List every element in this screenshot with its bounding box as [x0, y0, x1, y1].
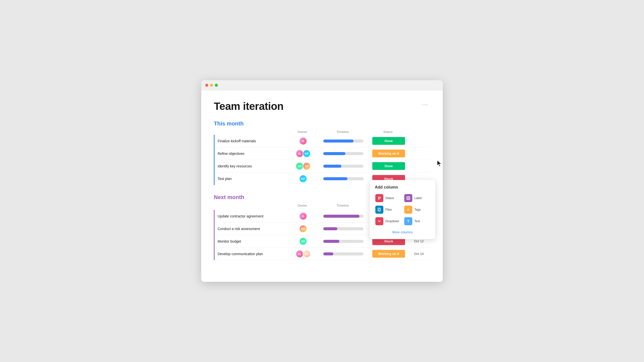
avatar: KP	[303, 150, 311, 158]
svg-rect-1	[378, 198, 381, 198]
this-month-title: This month	[214, 120, 430, 127]
add-column-grid: Status Label Files	[375, 194, 430, 226]
table-row: Identify key resources SR AT	[215, 160, 430, 172]
task-name: Refine objectives	[218, 148, 288, 159]
status-badge: Working on it	[372, 150, 405, 157]
page-header: Team iteration ···	[214, 100, 430, 112]
avatar: SR	[299, 237, 307, 245]
text-icon: T	[404, 217, 412, 225]
timeline-fill	[323, 227, 337, 230]
owner-cell: SR	[288, 237, 318, 245]
add-column-dropdown[interactable]: Dropdown	[375, 217, 401, 226]
timeline-fill	[323, 152, 345, 155]
timeline-bar	[323, 227, 364, 230]
this-month-table-header: Owner Timeline Status	[214, 129, 430, 135]
timeline-cell	[318, 227, 369, 230]
task-name: Identify key resources	[218, 161, 288, 172]
col-header-timeline: Timeline	[317, 204, 368, 209]
col-header-task	[217, 204, 287, 209]
table-row: Develop communication plan JL BK	[215, 248, 430, 260]
browser-content: Team iteration ··· This month Owner Time…	[201, 90, 443, 282]
status-icon	[375, 194, 383, 202]
add-column-popup: Add column Status Label	[370, 180, 435, 239]
browser-titlebar	[201, 80, 443, 90]
timeline-bar	[323, 152, 364, 155]
add-column-files[interactable]: Files	[375, 205, 401, 214]
date-cell: Oct 12	[409, 239, 429, 243]
this-month-section: This month Owner Timeline Status Finaliz…	[214, 120, 430, 185]
timeline-cell	[318, 165, 369, 168]
svg-rect-0	[378, 197, 381, 197]
owner-cell: JL KP	[288, 150, 318, 158]
col-header-owner: Owner	[287, 130, 317, 134]
timeline-fill	[323, 240, 339, 243]
owner-cell: MR	[288, 225, 318, 233]
col-header-task	[217, 130, 287, 134]
add-column-status[interactable]: Status	[375, 194, 401, 203]
task-name: Develop communication plan	[218, 248, 288, 259]
dot-green[interactable]	[215, 84, 218, 87]
timeline-bar	[323, 177, 364, 180]
dot-red[interactable]	[205, 84, 208, 87]
add-column-label: Files	[385, 208, 392, 211]
browser-window: Team iteration ··· This month Owner Time…	[201, 80, 443, 282]
add-column-tags[interactable]: # Tags	[404, 205, 430, 214]
col-header-owner: Owner	[287, 204, 317, 209]
add-column-label: Label	[414, 196, 422, 200]
cursor-arrow	[437, 160, 443, 166]
timeline-fill	[323, 215, 359, 218]
add-column-title: Add column	[375, 185, 430, 190]
avatar: KP	[299, 175, 307, 183]
add-column-label: Dropdown	[385, 219, 399, 223]
task-name: Finalize kickoff materials	[218, 135, 288, 147]
label-icon	[404, 194, 412, 202]
status-cell: Done	[369, 137, 409, 145]
owner-cell: JL	[288, 137, 318, 145]
status-badge: Done	[372, 137, 405, 145]
timeline-fill	[323, 165, 341, 168]
timeline-fill	[323, 252, 333, 255]
timeline-bar	[323, 215, 364, 218]
col-header-status: Status	[368, 130, 408, 134]
task-name: Monitor budget	[218, 236, 288, 247]
col-header-timeline: Timeline	[317, 130, 368, 134]
more-options-button[interactable]: ···	[420, 100, 430, 109]
dropdown-icon	[375, 217, 383, 225]
date-cell: Oct 14	[409, 252, 429, 256]
timeline-bar	[323, 140, 364, 143]
avatar: MR	[299, 225, 307, 233]
avatar: BK	[303, 250, 311, 258]
dot-yellow[interactable]	[210, 84, 213, 87]
page-title: Team iteration	[214, 100, 284, 112]
status-cell: Done	[369, 162, 409, 170]
timeline-cell	[318, 152, 369, 155]
timeline-bar	[323, 240, 364, 243]
timeline-cell	[318, 215, 369, 218]
files-icon	[375, 206, 383, 214]
task-name: Conduct a risk assessment	[218, 223, 288, 234]
add-column-label-item[interactable]: Label	[404, 194, 430, 203]
avatar: JL	[299, 137, 307, 145]
timeline-fill	[323, 177, 347, 180]
status-cell: Working on it	[369, 250, 409, 258]
svg-rect-4	[407, 197, 409, 199]
owner-cell: SR AT	[288, 162, 318, 170]
svg-rect-5	[378, 208, 380, 211]
add-column-label: Text	[414, 219, 420, 223]
timeline-bar	[323, 252, 364, 255]
timeline-cell	[318, 252, 369, 255]
status-badge: Working on it	[372, 250, 405, 258]
more-columns-link[interactable]: More columns	[375, 229, 430, 234]
svg-rect-2	[378, 199, 380, 199]
table-row: Refine objectives JL KP	[215, 147, 430, 160]
status-cell: Working on it	[369, 150, 409, 157]
avatar: JL	[299, 212, 307, 220]
tags-icon: #	[404, 206, 412, 214]
table-row: Finalize kickoff materials JL	[215, 135, 430, 147]
this-month-table-wrapper: Finalize kickoff materials JL	[214, 135, 430, 185]
task-name: Update contractor agreement	[218, 211, 288, 222]
timeline-cell	[318, 177, 369, 180]
task-name: Test plan	[218, 173, 288, 184]
add-column-text[interactable]: T Text	[404, 217, 430, 226]
this-month-table-body: Finalize kickoff materials JL	[214, 135, 430, 185]
